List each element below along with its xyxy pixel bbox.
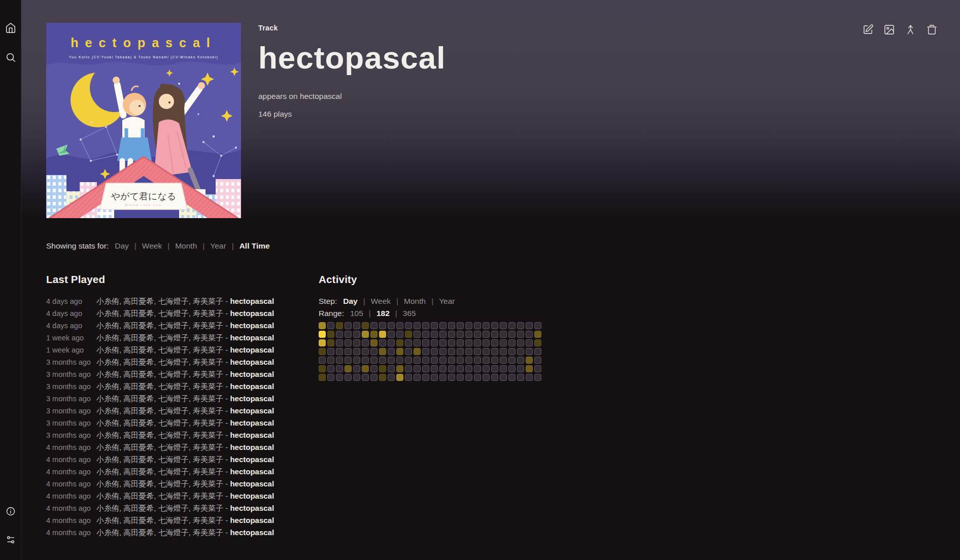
heatmap-cell[interactable] (405, 365, 412, 372)
heatmap-cell[interactable] (465, 339, 472, 346)
heatmap-cell[interactable] (422, 339, 429, 346)
artist-link[interactable]: 小糸侑 (96, 492, 119, 500)
artist-link[interactable]: 高田憂希 (123, 492, 154, 500)
heatmap-cell[interactable] (465, 348, 472, 355)
heatmap-cell[interactable] (439, 322, 447, 329)
heatmap-cell[interactable] (327, 357, 334, 364)
heatmap-cell[interactable] (483, 339, 490, 346)
heatmap-cell[interactable] (327, 339, 334, 346)
range-option-182[interactable]: 182 (376, 309, 390, 318)
artist-link[interactable]: 高田憂希 (123, 516, 154, 524)
artist-link[interactable]: 寿美菜子 (193, 492, 223, 500)
stats-option-day[interactable]: Day (115, 241, 129, 250)
heatmap-cell[interactable] (327, 331, 334, 338)
heatmap-cell[interactable] (474, 357, 481, 364)
heatmap-cell[interactable] (388, 374, 395, 381)
heatmap-cell[interactable] (457, 322, 464, 329)
heatmap-cell[interactable] (534, 374, 541, 381)
artist-link[interactable]: 高田憂希 (123, 321, 154, 330)
track-link[interactable]: hectopascal (230, 309, 274, 318)
heatmap-cell[interactable] (388, 339, 395, 346)
stats-option-month[interactable]: Month (175, 241, 197, 250)
artist-link[interactable]: 小糸侑 (96, 479, 119, 488)
artist-link[interactable]: 七海燈子 (158, 370, 189, 378)
artist-link[interactable]: 小糸侑 (96, 358, 119, 366)
heatmap-cell[interactable] (362, 374, 369, 381)
artist-link[interactable]: 寿美菜子 (193, 431, 223, 439)
heatmap-cell[interactable] (345, 365, 352, 372)
heatmap-cell[interactable] (353, 348, 360, 355)
track-link[interactable]: hectopascal (230, 394, 274, 403)
home-icon[interactable] (5, 22, 16, 33)
heatmap-cell[interactable] (526, 365, 533, 372)
track-link[interactable]: hectopascal (230, 382, 274, 391)
heatmap-cell[interactable] (396, 374, 403, 381)
heatmap-cell[interactable] (370, 374, 378, 381)
heatmap-cell[interactable] (439, 339, 447, 346)
heatmap-cell[interactable] (534, 331, 541, 338)
heatmap-cell[interactable] (353, 365, 360, 372)
heatmap-cell[interactable] (422, 348, 429, 355)
track-link[interactable]: hectopascal (230, 431, 274, 439)
artist-link[interactable]: 高田憂希 (123, 297, 154, 305)
artist-link[interactable]: 七海燈子 (158, 504, 189, 512)
album-link[interactable]: hectopascal (300, 92, 342, 100)
artist-link[interactable]: 高田憂希 (123, 406, 154, 415)
heatmap-cell[interactable] (448, 348, 455, 355)
heatmap-cell[interactable] (500, 357, 507, 364)
step-option-month[interactable]: Month (404, 297, 426, 305)
artist-link[interactable]: 寿美菜子 (193, 516, 223, 524)
heatmap-cell[interactable] (396, 365, 403, 372)
artist-link[interactable]: 高田憂希 (123, 418, 154, 427)
heatmap-cell[interactable] (405, 339, 412, 346)
artist-link[interactable]: 寿美菜子 (193, 370, 223, 378)
artist-link[interactable]: 七海燈子 (158, 492, 189, 500)
heatmap-cell[interactable] (431, 357, 438, 364)
track-link[interactable]: hectopascal (230, 492, 274, 500)
artist-link[interactable]: 小糸侑 (96, 467, 119, 476)
artist-link[interactable]: 寿美菜子 (193, 479, 223, 488)
heatmap-cell[interactable] (327, 365, 334, 372)
heatmap-cell[interactable] (414, 322, 421, 329)
artist-link[interactable]: 七海燈子 (158, 467, 189, 476)
heatmap-cell[interactable] (500, 374, 507, 381)
heatmap-cell[interactable] (396, 348, 403, 355)
artist-link[interactable]: 寿美菜子 (193, 394, 223, 403)
heatmap-cell[interactable] (388, 357, 395, 364)
artist-link[interactable]: 高田憂希 (123, 394, 154, 403)
heatmap-cell[interactable] (379, 348, 386, 355)
artist-link[interactable]: 七海燈子 (158, 431, 189, 439)
heatmap-cell[interactable] (448, 339, 455, 346)
heatmap-cell[interactable] (508, 374, 516, 381)
artist-link[interactable]: 寿美菜子 (193, 382, 223, 391)
heatmap-cell[interactable] (431, 339, 438, 346)
heatmap-cell[interactable] (474, 331, 481, 338)
album-art[interactable]: やがて君になる Bloom Into You hectopascal Yuu K… (46, 23, 241, 218)
heatmap-cell[interactable] (353, 374, 360, 381)
heatmap-cell[interactable] (534, 322, 541, 329)
track-link[interactable]: hectopascal (230, 528, 274, 537)
heatmap-cell[interactable] (457, 339, 464, 346)
heatmap-cell[interactable] (379, 331, 386, 338)
search-icon[interactable] (5, 52, 16, 63)
heatmap-cell[interactable] (336, 357, 343, 364)
heatmap-cell[interactable] (431, 331, 438, 338)
heatmap-cell[interactable] (422, 322, 429, 329)
artist-link[interactable]: 七海燈子 (158, 406, 189, 415)
heatmap-cell[interactable] (500, 348, 507, 355)
heatmap-cell[interactable] (370, 348, 378, 355)
heatmap-cell[interactable] (396, 322, 403, 329)
stats-option-week[interactable]: Week (142, 241, 162, 250)
artist-link[interactable]: 寿美菜子 (193, 467, 223, 476)
track-link[interactable]: hectopascal (230, 443, 274, 451)
artist-link[interactable]: 七海燈子 (158, 345, 189, 354)
artist-link[interactable]: 高田憂希 (123, 443, 154, 451)
artist-link[interactable]: 寿美菜子 (193, 504, 223, 512)
heatmap-cell[interactable] (491, 348, 498, 355)
heatmap-cell[interactable] (345, 374, 352, 381)
heatmap-cell[interactable] (336, 348, 343, 355)
heatmap-cell[interactable] (439, 374, 447, 381)
artist-link[interactable]: 高田憂希 (123, 333, 154, 342)
artist-link[interactable]: 高田憂希 (123, 382, 154, 391)
heatmap-cell[interactable] (327, 374, 334, 381)
